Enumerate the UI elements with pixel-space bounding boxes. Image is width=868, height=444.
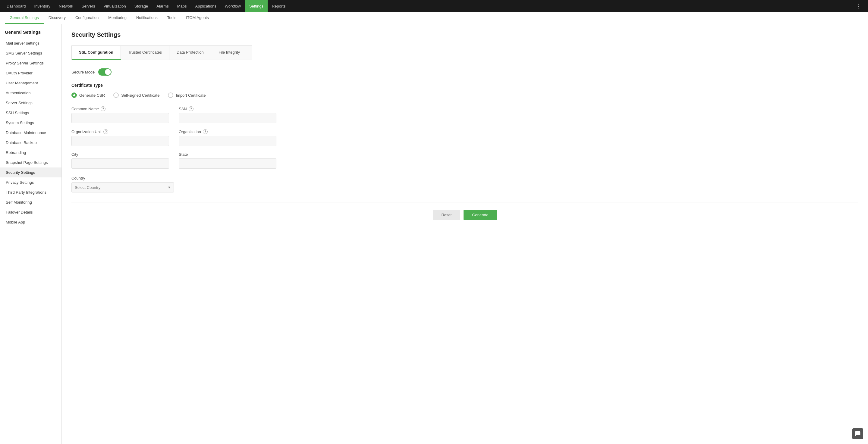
nav-item-settings[interactable]: Settings <box>245 0 268 12</box>
field-label-row-organization: Organization ? <box>179 129 276 134</box>
nav-item-inventory[interactable]: Inventory <box>30 0 55 12</box>
tab-ssl-configuration[interactable]: SSL Configuration <box>72 46 121 60</box>
radio-generate-csr[interactable]: Generate CSR <box>71 93 105 98</box>
secure-mode-row: Secure Mode <box>71 68 858 75</box>
tab-file-integrity[interactable]: File Integrity <box>211 46 247 60</box>
field-common-name: Common Name ? <box>71 106 169 123</box>
sidebar-item-mobile-app[interactable]: Mobile App <box>0 217 61 227</box>
sidebar: General Settings Mail server settings SM… <box>0 24 62 444</box>
input-san[interactable] <box>179 113 276 123</box>
nav-item-storage[interactable]: Storage <box>130 0 153 12</box>
sidebar-item-authentication[interactable]: Authentication <box>0 88 61 98</box>
generate-button[interactable]: Generate <box>464 210 497 220</box>
radio-label-self-signed: Self-signed Certificate <box>121 93 159 98</box>
field-organization: Organization ? <box>179 129 276 146</box>
subnav-monitoring[interactable]: Monitoring <box>103 12 131 24</box>
field-label-row-san: SAN ? <box>179 106 276 111</box>
sidebar-item-self-monitoring[interactable]: Self Monitoring <box>0 197 61 207</box>
more-menu-button[interactable]: ⋮ <box>852 3 866 9</box>
field-san: SAN ? <box>179 106 276 123</box>
certificate-type-label: Certificate Type <box>71 83 858 88</box>
tab-bar: SSL Configuration Trusted Certificates D… <box>71 45 252 60</box>
subnav-itom-agents[interactable]: ITOM Agents <box>181 12 214 24</box>
input-city[interactable] <box>71 158 169 169</box>
main-content-area: Security Settings SSL Configuration Trus… <box>62 24 868 444</box>
sidebar-item-mail-server[interactable]: Mail server settings <box>0 38 61 48</box>
secure-mode-toggle[interactable] <box>98 68 112 75</box>
label-san: SAN <box>179 107 187 111</box>
sidebar-item-security-settings[interactable]: Security Settings <box>0 167 61 178</box>
sidebar-item-failover[interactable]: Failover Details <box>0 207 61 217</box>
field-label-row-common-name: Common Name ? <box>71 106 169 111</box>
tab-trusted-certificates[interactable]: Trusted Certificates <box>121 46 169 60</box>
form-grid: Common Name ? SAN ? Organization Unit ? <box>71 106 276 169</box>
help-icon-common-name[interactable]: ? <box>101 106 105 111</box>
sidebar-item-third-party[interactable]: Third Party Integrations <box>0 187 61 197</box>
field-label-row-org-unit: Organization Unit ? <box>71 129 169 134</box>
label-organization: Organization <box>179 129 201 134</box>
label-common-name: Common Name <box>71 107 99 111</box>
input-state[interactable] <box>179 158 276 169</box>
country-label: Country <box>71 176 174 181</box>
main-layout: General Settings Mail server settings SM… <box>0 24 868 444</box>
radio-import-cert[interactable]: Import Certificate <box>168 93 206 98</box>
subnav-discovery[interactable]: Discovery <box>44 12 70 24</box>
sidebar-item-user-management[interactable]: User Management <box>0 78 61 88</box>
sidebar-title: General Settings <box>0 24 61 38</box>
nav-item-virtualization[interactable]: Virtualization <box>99 0 130 12</box>
chat-icon[interactable] <box>852 429 863 439</box>
nav-item-applications[interactable]: Applications <box>191 0 221 12</box>
sidebar-item-database-maintenance[interactable]: Database Maintenance <box>0 128 61 138</box>
help-icon-organization[interactable]: ? <box>203 129 208 134</box>
nav-item-alarms[interactable]: Alarms <box>152 0 173 12</box>
input-org-unit[interactable] <box>71 136 169 146</box>
sidebar-item-oauth[interactable]: OAuth Provider <box>0 68 61 78</box>
input-common-name[interactable] <box>71 113 169 123</box>
help-icon-san[interactable]: ? <box>189 106 193 111</box>
toggle-knob <box>105 69 111 75</box>
nav-item-dashboard[interactable]: Dashboard <box>2 0 30 12</box>
field-org-unit: Organization Unit ? <box>71 129 169 146</box>
label-city: City <box>71 152 78 157</box>
radio-circle-generate-csr <box>71 93 77 98</box>
sidebar-item-database-backup[interactable]: Database Backup <box>0 138 61 148</box>
subnav-configuration[interactable]: Configuration <box>70 12 103 24</box>
field-city: City <box>71 152 169 169</box>
sidebar-item-rebranding[interactable]: Rebranding <box>0 148 61 158</box>
certificate-type-section: Certificate Type Generate CSR Self-signe… <box>71 83 858 98</box>
field-state: State <box>179 152 276 169</box>
radio-self-signed[interactable]: Self-signed Certificate <box>113 93 159 98</box>
sidebar-item-server-settings[interactable]: Server Settings <box>0 98 61 108</box>
help-icon-org-unit[interactable]: ? <box>103 129 108 134</box>
subnav-general-settings[interactable]: General Settings <box>5 12 44 24</box>
country-select-wrapper: Select Country United States United King… <box>71 182 174 192</box>
country-section: Country Select Country United States Uni… <box>71 176 174 192</box>
button-row: Reset Generate <box>71 202 858 220</box>
nav-item-reports[interactable]: Reports <box>268 0 290 12</box>
secure-mode-label: Secure Mode <box>71 70 95 74</box>
field-label-row-state: State <box>179 152 276 157</box>
nav-item-workflow[interactable]: Workflow <box>221 0 245 12</box>
reset-button[interactable]: Reset <box>433 210 460 220</box>
nav-item-servers[interactable]: Servers <box>78 0 99 12</box>
input-organization[interactable] <box>179 136 276 146</box>
radio-circle-self-signed <box>113 93 119 98</box>
radio-label-generate-csr: Generate CSR <box>79 93 105 98</box>
nav-item-network[interactable]: Network <box>55 0 78 12</box>
sidebar-item-privacy-settings[interactable]: Privacy Settings <box>0 178 61 187</box>
sidebar-item-proxy-server[interactable]: Proxy Server Settings <box>0 58 61 68</box>
tab-data-protection[interactable]: Data Protection <box>169 46 211 60</box>
sub-navigation: General Settings Discovery Configuration… <box>0 12 868 24</box>
subnav-tools[interactable]: Tools <box>162 12 181 24</box>
country-select[interactable]: Select Country United States United King… <box>71 182 174 192</box>
nav-item-maps[interactable]: Maps <box>173 0 191 12</box>
sidebar-item-ssh-settings[interactable]: SSH Settings <box>0 108 61 118</box>
label-org-unit: Organization Unit <box>71 129 101 134</box>
label-state: State <box>179 152 188 157</box>
radio-label-import: Import Certificate <box>176 93 206 98</box>
sidebar-item-snapshot-page[interactable]: Snapshot Page Settings <box>0 158 61 167</box>
sidebar-item-system-settings[interactable]: System Settings <box>0 118 61 128</box>
subnav-notifications[interactable]: Notifications <box>131 12 162 24</box>
sidebar-item-sms-server[interactable]: SMS Server Settings <box>0 48 61 58</box>
certificate-type-radio-group: Generate CSR Self-signed Certificate Imp… <box>71 93 858 98</box>
